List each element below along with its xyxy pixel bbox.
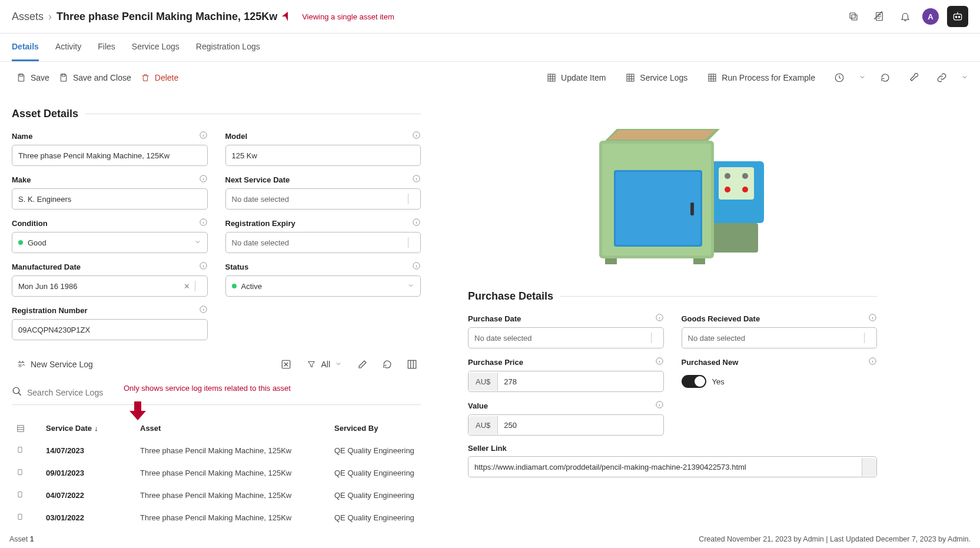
col-service-date[interactable]: Service Date ↓ — [46, 424, 140, 433]
field-manufactured-date: Manufactured Date Mon Jun 16 1986 ✕ — [12, 261, 208, 297]
svg-rect-25 — [408, 360, 416, 368]
purchased-new-toggle[interactable] — [682, 375, 706, 388]
field-condition: Condition Good — [12, 218, 208, 253]
info-icon[interactable] — [868, 313, 877, 324]
refresh-icon[interactable] — [876, 69, 894, 87]
filter-button[interactable]: All — [302, 356, 347, 373]
field-purchased-new: Purchased New Yes — [682, 357, 878, 392]
copy-icon[interactable] — [845, 8, 862, 25]
svg-rect-1 — [850, 13, 855, 18]
info-icon[interactable] — [199, 174, 208, 185]
update-item-button[interactable]: Update Item — [542, 69, 610, 86]
seller-link-input[interactable]: https://www.indiamart.com/proddetail/pen… — [468, 456, 877, 477]
update-item-label: Update Item — [561, 73, 606, 82]
link-dropdown-icon[interactable] — [961, 74, 968, 82]
bell-icon[interactable] — [896, 8, 914, 25]
calendar-icon[interactable] — [864, 333, 871, 343]
wrench-icon[interactable] — [905, 69, 922, 87]
cell-asset: Three phase Pencil Making Machine, 125Kw — [140, 446, 334, 455]
info-icon[interactable] — [655, 313, 664, 324]
save-close-button[interactable]: Save and Close — [54, 69, 136, 86]
asset-image — [468, 99, 877, 282]
next-service-input[interactable]: No date selected — [225, 188, 421, 210]
grid-col-icon[interactable] — [16, 424, 46, 433]
calendar-icon[interactable] — [408, 194, 414, 204]
name-input[interactable]: Three phase Pencil Making Machine, 125Kw — [12, 145, 208, 166]
next-service-value: No date selected — [232, 195, 290, 204]
calendar-icon[interactable] — [195, 281, 201, 291]
delete-button[interactable]: Delete — [136, 69, 183, 86]
calendar-icon[interactable] — [408, 237, 414, 248]
table-row[interactable]: 14/07/2023 Three phase Pencil Making Mac… — [12, 439, 421, 461]
table-row[interactable]: 03/01/2022 Three phase Pencil Making Mac… — [12, 506, 421, 529]
info-icon[interactable] — [412, 261, 421, 272]
goods-received-input[interactable]: No date selected — [682, 327, 878, 348]
cell-serviced-by: QE Quality Engineering — [334, 469, 452, 477]
condition-select[interactable]: Good — [12, 232, 208, 253]
table-row[interactable]: 04/07/2022 Three phase Pencil Making Mac… — [12, 484, 421, 506]
manufactured-input[interactable]: Mon Jun 16 1986 ✕ — [12, 275, 208, 297]
history-icon[interactable] — [830, 69, 848, 87]
model-input[interactable]: 125 Kw — [225, 145, 421, 166]
service-logs-link[interactable]: Service Logs — [621, 69, 692, 86]
purchase-details-label: Purchase Details — [468, 290, 553, 303]
tab-registration-logs[interactable]: Registration Logs — [196, 34, 260, 61]
edit-icon[interactable] — [354, 356, 371, 373]
avatar[interactable]: A — [922, 8, 939, 25]
svg-rect-0 — [852, 15, 857, 20]
footer-left: Asset 1 — [9, 535, 34, 543]
seller-link-value: https://www.indiamart.com/proddetail/pen… — [469, 458, 862, 476]
purchase-details-heading: Purchase Details — [468, 290, 877, 303]
calendar-icon[interactable] — [651, 333, 657, 343]
value-input[interactable]: AU$ 250 — [468, 414, 664, 436]
link-icon[interactable] — [933, 69, 951, 87]
save-button[interactable]: Save — [12, 69, 54, 86]
make-input[interactable]: S. K. Engineers — [12, 188, 208, 210]
breadcrumb-root[interactable]: Assets — [12, 11, 44, 23]
registration-expiry-input[interactable]: No date selected — [225, 232, 421, 253]
field-registration-expiry: Registration Expiry No date selected — [225, 218, 421, 253]
info-icon[interactable] — [199, 218, 208, 228]
tab-files[interactable]: Files — [98, 34, 115, 61]
notes-icon[interactable] — [871, 8, 888, 25]
page-title: Three phase Pencil Making Machine, 125Kw — [57, 11, 277, 23]
purchase-price-input[interactable]: AU$ 278 — [468, 371, 664, 392]
globe-icon[interactable] — [862, 458, 876, 476]
columns-icon[interactable] — [403, 356, 421, 373]
col-asset[interactable]: Asset — [140, 424, 334, 433]
info-icon[interactable] — [412, 218, 421, 228]
assistant-button[interactable] — [947, 6, 968, 27]
svg-rect-28 — [18, 447, 22, 453]
run-process-button[interactable]: Run Process for Example — [703, 69, 820, 86]
info-icon[interactable] — [868, 357, 877, 367]
cell-date: 09/01/2023 — [46, 469, 140, 477]
svg-rect-9 — [627, 74, 634, 81]
tab-details[interactable]: Details — [12, 34, 39, 61]
status-select[interactable]: Active — [225, 275, 421, 297]
info-icon[interactable] — [412, 131, 421, 141]
info-icon[interactable] — [199, 305, 208, 315]
table-row[interactable]: 09/01/2023 Three phase Pencil Making Mac… — [12, 461, 421, 484]
info-icon[interactable] — [655, 357, 664, 367]
export-excel-icon[interactable] — [277, 356, 295, 373]
tab-service-logs[interactable]: Service Logs — [132, 34, 180, 61]
col-serviced-by[interactable]: Serviced By — [334, 424, 452, 433]
svg-rect-30 — [18, 492, 22, 497]
info-icon[interactable] — [412, 174, 421, 185]
reg-number-input[interactable]: 09ACQPN4230P1ZX — [12, 319, 208, 340]
info-icon[interactable] — [199, 131, 208, 141]
purchase-price-label: Purchase Price — [468, 358, 523, 367]
table-header: Service Date ↓ Asset Serviced By — [12, 418, 421, 439]
info-icon[interactable] — [199, 261, 208, 272]
purchase-date-input[interactable]: No date selected — [468, 327, 664, 348]
info-icon[interactable] — [655, 400, 664, 411]
right-column: Purchase Details Purchase Date No date s… — [468, 99, 877, 529]
search-input[interactable] — [27, 388, 130, 397]
svg-rect-44 — [616, 172, 700, 245]
name-label: Name — [12, 132, 32, 141]
history-dropdown-icon[interactable] — [859, 74, 866, 82]
refresh-icon[interactable] — [378, 356, 396, 373]
tab-activity[interactable]: Activity — [55, 34, 81, 61]
clear-date-icon[interactable]: ✕ — [184, 282, 195, 291]
new-service-log-button[interactable]: New Service Log — [12, 356, 98, 373]
